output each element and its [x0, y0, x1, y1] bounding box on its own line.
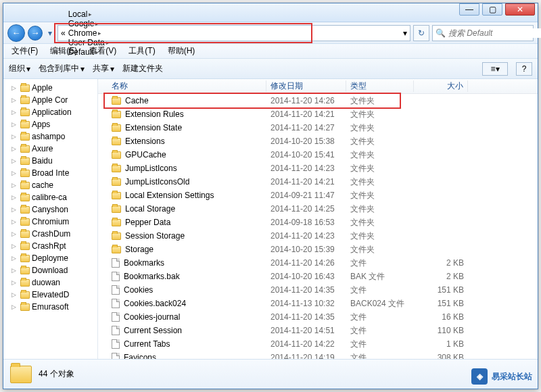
file-row[interactable]: Current Tabs2014-11-20 14:22文件1 KB — [98, 337, 538, 351]
newfolder-button[interactable]: 新建文件夹 — [122, 63, 163, 74]
file-row[interactable]: Local Storage2014-11-20 14:25文件夹 — [98, 202, 538, 216]
file-row[interactable]: JumpListIconsOld2014-11-20 14:21文件夹 — [98, 175, 538, 189]
breadcrumb-user-data[interactable]: User Data ▸ — [67, 38, 111, 47]
tree-item[interactable]: ▷Canyshon — [5, 203, 97, 216]
share-button[interactable]: 共享 ▾ — [93, 63, 114, 74]
file-row[interactable]: Pepper Data2014-09-18 16:53文件夹 — [98, 216, 538, 229]
tree-item[interactable]: ▷cache — [5, 179, 97, 191]
breadcrumb-default[interactable]: Default ▸ — [67, 47, 111, 57]
file-row[interactable]: Local Extension Settings2014-09-21 11:47… — [98, 189, 538, 202]
folder-icon — [20, 194, 30, 201]
explorer-window: — ▢ ✕ ← → ▾ « Local ▸Google ▸Chrome ▸Use… — [3, 3, 538, 389]
address-bar[interactable]: « Local ▸Google ▸Chrome ▸User Data ▸Defa… — [57, 25, 410, 41]
file-row[interactable]: Favicons2014-11-20 14:19文件308 KB — [98, 351, 538, 359]
toolbar: 组织 ▾ 包含到库中 ▾ 共享 ▾ 新建文件夹 ≡ ▾ ? — [3, 59, 538, 79]
tree-expand-icon[interactable]: ▷ — [11, 121, 18, 128]
folder-tree[interactable]: ▷Apple▷Apple Cor▷Application▷Apps▷ashamp… — [3, 79, 98, 359]
tree-item[interactable]: ▷Apple — [5, 82, 97, 94]
tree-item[interactable]: ▷ashampo — [5, 130, 97, 143]
tree-expand-icon[interactable]: ▷ — [11, 218, 18, 225]
file-row[interactable]: Extensions2014-10-20 15:38文件夹 — [98, 134, 538, 148]
file-row[interactable]: Extension Rules2014-11-20 14:21文件夹 — [98, 107, 538, 121]
tree-expand-icon[interactable]: ▷ — [11, 84, 18, 91]
tree-item[interactable]: ▷ElevatedD — [5, 289, 97, 301]
tree-expand-icon[interactable]: ▷ — [11, 230, 18, 237]
tree-expand-icon[interactable]: ▷ — [11, 243, 18, 249]
breadcrumb-google[interactable]: Google ▸ — [67, 19, 111, 28]
tree-item[interactable]: ▷Axure — [5, 143, 97, 155]
view-mode-button[interactable]: ≡ ▾ — [482, 62, 508, 76]
folder-icon — [20, 218, 30, 226]
maximize-button[interactable]: ▢ — [482, 3, 502, 16]
folder-icon — [112, 151, 121, 159]
tree-item[interactable]: ▷duowan — [5, 276, 97, 289]
minimize-button[interactable]: — — [459, 3, 479, 16]
tree-item[interactable]: ▷Broad Inte — [5, 167, 97, 179]
tree-item[interactable]: ▷Download — [5, 264, 97, 276]
file-icon — [112, 272, 120, 281]
file-row[interactable]: Bookmarks2014-11-20 14:26文件2 KB — [98, 256, 538, 270]
file-row[interactable]: Cookies2014-11-20 14:35文件151 KB — [98, 283, 538, 297]
help-button[interactable]: ? — [516, 62, 532, 76]
tree-item[interactable]: ▷Emurasoft — [5, 301, 97, 313]
search-input[interactable] — [448, 28, 541, 38]
folder-icon — [20, 206, 30, 214]
tree-expand-icon[interactable]: ▷ — [11, 303, 18, 310]
tree-expand-icon[interactable]: ▷ — [11, 279, 18, 286]
tree-expand-icon[interactable]: ▷ — [11, 170, 18, 176]
tree-expand-icon[interactable]: ▷ — [11, 97, 18, 103]
refresh-button[interactable]: ↻ — [413, 25, 429, 41]
organize-button[interactable]: 组织 ▾ — [9, 63, 30, 74]
folder-icon — [20, 170, 30, 177]
tree-item[interactable]: ▷Apple Cor — [5, 94, 97, 106]
file-row[interactable]: Session Storage2014-11-20 14:23文件夹 — [98, 229, 538, 243]
tree-expand-icon[interactable]: ▷ — [11, 145, 18, 152]
tree-expand-icon[interactable]: ▷ — [11, 109, 18, 116]
column-name[interactable]: 名称 — [108, 80, 266, 92]
tree-item[interactable]: ▷calibre-ca — [5, 191, 97, 203]
file-icon — [112, 258, 120, 268]
menu-帮助[interactable]: 帮助(H) — [162, 44, 201, 58]
tree-item[interactable]: ▷CrashDum — [5, 228, 97, 240]
tree-expand-icon[interactable]: ▷ — [11, 194, 18, 201]
file-row[interactable]: Storage2014-10-20 15:39文件夹 — [98, 243, 538, 256]
watermark-logo-icon: ◈ — [471, 368, 488, 385]
tree-item[interactable]: ▷Application — [5, 106, 97, 118]
file-row[interactable]: GPUCache2014-10-20 15:41文件夹 — [98, 148, 538, 162]
breadcrumb-local[interactable]: Local ▸ — [67, 9, 111, 19]
back-button[interactable]: ← — [7, 24, 25, 42]
column-type[interactable]: 类型 — [346, 80, 414, 92]
tree-expand-icon[interactable]: ▷ — [11, 133, 18, 140]
tree-expand-icon[interactable]: ▷ — [11, 291, 18, 298]
search-box[interactable]: 🔍 — [432, 25, 534, 41]
file-row[interactable]: Cache2014-11-20 14:26文件夹 — [98, 94, 538, 107]
include-button[interactable]: 包含到库中 ▾ — [39, 63, 85, 74]
file-row[interactable]: Cookies.back0242014-11-13 10:32BACK024 文… — [98, 297, 538, 310]
menu-文件[interactable]: 文件(F) — [6, 44, 43, 58]
menu-工具[interactable]: 工具(T) — [123, 44, 160, 58]
breadcrumb-chrome[interactable]: Chrome ▸ — [67, 28, 111, 38]
column-date[interactable]: 修改日期 — [266, 80, 346, 92]
file-row[interactable]: Cookies-journal2014-11-20 14:35文件16 KB — [98, 310, 538, 324]
tree-item[interactable]: ▷Chromium — [5, 216, 97, 228]
tree-expand-icon[interactable]: ▷ — [11, 267, 18, 274]
tree-item[interactable]: ▷CrashRpt — [5, 240, 97, 252]
tree-item[interactable]: ▷Apps — [5, 118, 97, 130]
file-row[interactable]: Current Session2014-11-20 14:51文件110 KB — [98, 324, 538, 337]
forward-button[interactable]: → — [28, 26, 43, 41]
search-icon: 🔍 — [436, 28, 446, 38]
tree-item[interactable]: ▷Deployme — [5, 252, 97, 264]
file-row[interactable]: Bookmarks.bak2014-10-20 16:43BAK 文件2 KB — [98, 270, 538, 283]
status-count: 44 个对象 — [39, 368, 74, 380]
history-dropdown[interactable]: ▾ — [45, 28, 55, 38]
tree-expand-icon[interactable]: ▷ — [11, 255, 18, 262]
tree-expand-icon[interactable]: ▷ — [11, 182, 18, 189]
close-button[interactable]: ✕ — [505, 3, 535, 16]
tree-item[interactable]: ▷Baidu — [5, 155, 97, 167]
column-size[interactable]: 大小 — [414, 80, 468, 92]
file-row[interactable]: JumpListIcons2014-11-20 14:23文件夹 — [98, 162, 538, 175]
file-row[interactable]: Extension State2014-11-20 14:27文件夹 — [98, 121, 538, 134]
tree-expand-icon[interactable]: ▷ — [11, 206, 18, 213]
address-dropdown-icon[interactable]: ▾ — [403, 28, 407, 38]
tree-expand-icon[interactable]: ▷ — [11, 157, 18, 164]
